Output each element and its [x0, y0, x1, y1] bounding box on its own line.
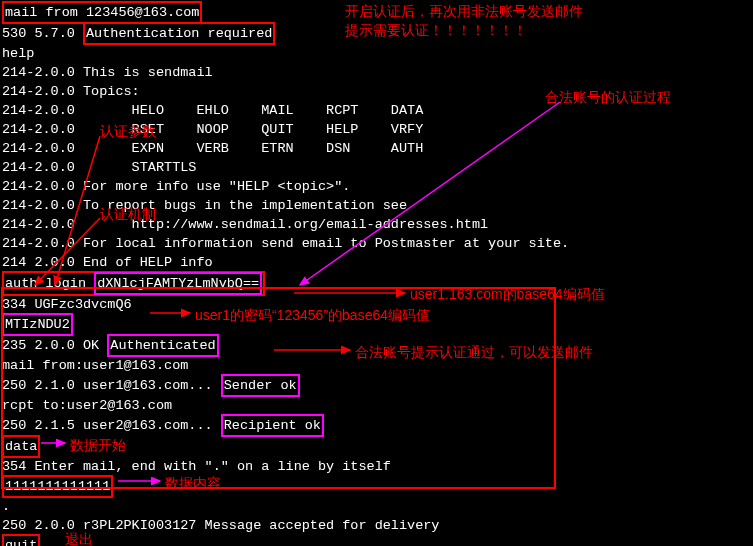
- annot-auth-process: 合法账号的认证过程: [545, 88, 671, 107]
- terminal-line: 250 2.0.0 r3PL2PKI003127 Message accepte…: [2, 516, 751, 535]
- terminal-line: rcpt to:user2@163.com: [2, 396, 751, 415]
- annot-data-start: 数据开始: [70, 436, 126, 455]
- annot-auth-mech: 认证机制: [100, 205, 156, 224]
- terminal-line: 214-2.0.0 STARTTLS: [2, 158, 751, 177]
- data-cmd: data: [2, 435, 40, 458]
- recipient-ok-msg: Recipient ok: [221, 414, 324, 437]
- base64-user: dXNlcjFAMTYzLmNvbQ==: [94, 272, 262, 295]
- auth-login-cmd: auth login dXNlcjFAMTYzLmNvbQ==: [2, 271, 265, 296]
- terminal-line: 214-2.0.0 EXPN VERB ETRN DSN AUTH: [2, 139, 751, 158]
- resp-250-rcpt: 250 2.1.5 user2@163.com...: [2, 418, 221, 433]
- terminal-line: 214-2.0.0 This is sendmail: [2, 63, 751, 82]
- resp-250-sender: 250 2.1.0 user1@163.com...: [2, 378, 221, 393]
- terminal-line: auth login dXNlcjFAMTYzLmNvbQ==: [2, 272, 751, 295]
- terminal-line: 214-2.0.0 For local information send ema…: [2, 234, 751, 253]
- quit-cmd: quit: [2, 534, 40, 546]
- annot-auth-pass: 合法账号提示认证通过，可以发送邮件: [355, 343, 593, 362]
- mail-body: 1111111111111: [2, 475, 113, 498]
- annot-need-auth: 提示需要认证！！！！！！！: [345, 21, 527, 40]
- authenticated-msg: Authenticated: [107, 334, 218, 357]
- terminal-line: 250 2.1.0 user1@163.com... Sender ok: [2, 375, 751, 396]
- terminal-line: 354 Enter mail, end with "." on a line b…: [2, 457, 751, 476]
- auth-login-text: auth login: [5, 276, 86, 291]
- terminal-line: 1111111111111: [2, 476, 751, 497]
- annot-illegal-account: 开启认证后，再次用非法账号发送邮件: [345, 2, 583, 21]
- resp-235: 235 2.0.0 OK: [2, 338, 107, 353]
- annot-auth-param: 认证参数: [100, 122, 156, 141]
- terminal-line: help: [2, 44, 751, 63]
- annot-quit: 退出: [65, 530, 93, 546]
- cmd-mail-from-illegal: mail from 123456@163.com: [2, 1, 202, 24]
- annot-data-content: 数据内容: [165, 474, 221, 493]
- resp-530: 530 5.7.0: [2, 26, 83, 41]
- annot-base64-pass: user1的密码“123456”的base64编码值: [195, 306, 430, 325]
- sender-ok-msg: Sender ok: [221, 374, 300, 397]
- terminal-line: 214-2.0.0 For more info use "HELP <topic…: [2, 177, 751, 196]
- terminal-line: quit: [2, 535, 751, 546]
- terminal-line: 250 2.1.5 user2@163.com... Recipient ok: [2, 415, 751, 436]
- annot-base64-user: user1.163.com的base64编码值: [410, 285, 605, 304]
- base64-password: MTIzNDU2: [2, 313, 73, 336]
- terminal-line: 214 2.0.0 End of HELP info: [2, 253, 751, 272]
- terminal-line: .: [2, 497, 751, 516]
- auth-required-msg: Authentication required: [83, 22, 275, 45]
